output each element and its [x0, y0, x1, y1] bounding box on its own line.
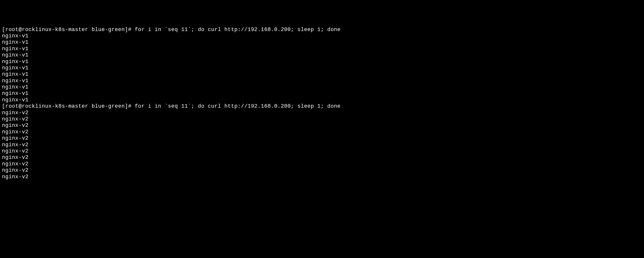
terminal-line: nginx-v2 [2, 110, 642, 116]
terminal-line: nginx-v1 [2, 59, 642, 65]
terminal-line: nginx-v1 [2, 46, 642, 52]
terminal-line: nginx-v1 [2, 97, 642, 103]
terminal-line: [root@rocklinux-k8s-master blue-green]# … [2, 27, 642, 33]
terminal-line: [root@rocklinux-k8s-master blue-green]# … [2, 103, 642, 110]
terminal-output[interactable]: [root@rocklinux-k8s-master blue-green]# … [2, 27, 642, 180]
terminal-line: nginx-v2 [2, 161, 642, 167]
terminal-line: nginx-v1 [2, 52, 642, 59]
terminal-line: nginx-v2 [2, 129, 642, 135]
terminal-line: nginx-v2 [2, 116, 642, 122]
terminal-line: nginx-v1 [2, 84, 642, 90]
terminal-line: nginx-v1 [2, 33, 642, 39]
terminal-line: nginx-v2 [2, 167, 642, 174]
terminal-line: nginx-v2 [2, 142, 642, 148]
terminal-line: nginx-v1 [2, 65, 642, 71]
terminal-line: nginx-v1 [2, 90, 642, 97]
terminal-line: nginx-v2 [2, 122, 642, 129]
terminal-line: nginx-v2 [2, 174, 642, 180]
terminal-line: nginx-v2 [2, 135, 642, 142]
terminal-line: nginx-v2 [2, 154, 642, 161]
terminal-line: nginx-v1 [2, 78, 642, 84]
terminal-line: nginx-v1 [2, 39, 642, 46]
terminal-line: nginx-v2 [2, 148, 642, 154]
terminal-line: nginx-v1 [2, 71, 642, 78]
